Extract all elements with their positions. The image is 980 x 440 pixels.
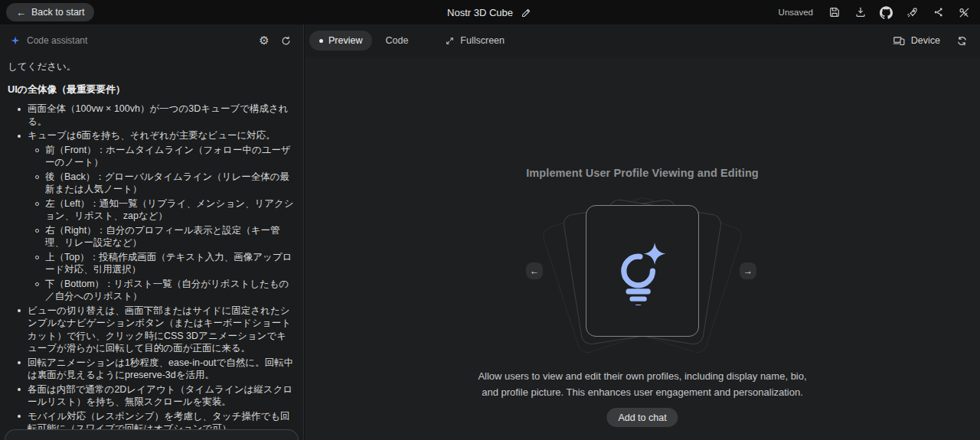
fullscreen-button[interactable]: Fullscreen — [435, 31, 514, 51]
list-item: 上（Top）：投稿作成画面（テキスト入力、画像アップロード対応、引用選択） — [45, 251, 296, 276]
fullscreen-expand-icon — [445, 36, 455, 46]
save-status-badge: Unsaved — [779, 8, 813, 17]
back-to-start-button[interactable]: ← Back to start — [6, 3, 94, 21]
assistant-panel-title: Code assistant — [27, 35, 87, 46]
assistant-panel-header: Code assistant ⚙ — [0, 24, 303, 57]
ui-overview-list: 画面全体（100vw × 100vh）が一つの3Dキューブで構成される。キューブ… — [8, 103, 296, 435]
save-icon[interactable] — [828, 6, 841, 19]
top-app-bar: ← Back to start Nostr 3D Cube Unsaved — [0, 0, 980, 24]
project-title-text: Nostr 3D Cube — [447, 7, 513, 18]
key-off-icon[interactable] — [958, 6, 971, 19]
refresh-icon[interactable] — [278, 33, 293, 48]
tab-code[interactable]: Code — [375, 31, 418, 51]
prev-suggestion-button[interactable]: ← — [526, 262, 543, 279]
list-item: ビューの切り替えは、画面下部またはサイドに固定されたシンプルなナビゲーションボタ… — [28, 305, 296, 355]
device-label: Device — [911, 35, 940, 46]
download-icon[interactable] — [854, 6, 867, 19]
share-icon[interactable] — [932, 6, 945, 19]
description-line-2: and profile picture. This enhances user … — [482, 386, 803, 398]
back-arrow-icon: ← — [16, 8, 26, 18]
list-item: 回転アニメーションは1秒程度、ease-in-outで自然に。回転中は裏面が見え… — [28, 357, 296, 382]
project-title: Nostr 3D Cube — [447, 6, 533, 19]
list-item: 下（Bottom）：リポスト一覧（自分がリポストしたもの／自分へのリポスト） — [45, 278, 296, 303]
suggestion-card-stack — [586, 205, 699, 337]
list-item: キューブは6面を持ち、それぞれが主要なビューに対応。前（Front）：ホームタイ… — [28, 129, 296, 303]
next-suggestion-button[interactable]: → — [740, 262, 756, 279]
list-item: 左（Left）：通知一覧（リプライ、メンション、リアクション、リポスト、zapな… — [45, 197, 296, 223]
chat-input[interactable] — [5, 429, 299, 440]
idea-lightbulb-sparkle-icon — [609, 236, 675, 305]
add-to-chat-button[interactable]: Add to chat — [606, 408, 678, 427]
list-item: 右（Right）：自分のプロフィール表示と設定（キー管理、リレー設定など） — [45, 224, 296, 249]
list-item: 後（Back）：グローバルタイムライン（リレー全体の最新または人気ノート） — [45, 171, 296, 196]
section-heading-ui-overview: UIの全体像（最重要要件） — [8, 83, 296, 96]
intro-line: してください。 — [8, 60, 296, 73]
device-icon — [893, 34, 906, 47]
tab-preview-label: Preview — [328, 35, 362, 46]
tab-preview[interactable]: Preview — [309, 31, 372, 51]
suggestion-card — [586, 205, 699, 337]
sparkle-icon — [10, 35, 21, 46]
list-item: 画面全体（100vw × 100vh）が一つの3Dキューブで構成される。 — [28, 103, 296, 128]
active-tab-dot — [319, 39, 323, 43]
github-icon[interactable] — [880, 6, 893, 19]
suggestion-title: Implement User Profile Viewing and Editi… — [305, 167, 980, 179]
preview-canvas: Implement User Profile Viewing and Editi… — [305, 57, 980, 440]
preview-panel: Preview Code Fullscreen Device Implement — [305, 24, 980, 440]
suggestion-description: Allow users to view and edit their own p… — [382, 368, 903, 400]
preview-header: Preview Code Fullscreen Device — [305, 24, 980, 57]
list-item: 各面は内部で通常の2Dレイアウト（タイムラインは縦スクロールリスト）を持ち、無限… — [28, 383, 296, 409]
code-assistant-panel: Code assistant ⚙ してください。 UIの全体像（最重要要件） 画… — [0, 24, 304, 440]
assistant-conversation-text: してください。 UIの全体像（最重要要件） 画面全体（100vw × 100vh… — [0, 57, 303, 440]
fullscreen-label: Fullscreen — [460, 35, 505, 46]
tab-code-label: Code — [385, 35, 408, 46]
device-toggle[interactable]: Device — [893, 34, 940, 47]
settings-gear-icon[interactable]: ⚙ — [256, 33, 272, 48]
deploy-rocket-icon[interactable] — [906, 6, 919, 19]
reload-preview-icon[interactable] — [954, 33, 969, 48]
description-line-1: Allow users to view and edit their own p… — [478, 370, 806, 382]
edit-title-pencil-icon[interactable] — [520, 6, 533, 19]
back-to-start-label: Back to start — [31, 7, 84, 18]
topbar-actions: Unsaved — [779, 0, 971, 24]
list-item: 前（Front）：ホームタイムライン（フォロー中のユーザーのノート） — [45, 144, 296, 169]
